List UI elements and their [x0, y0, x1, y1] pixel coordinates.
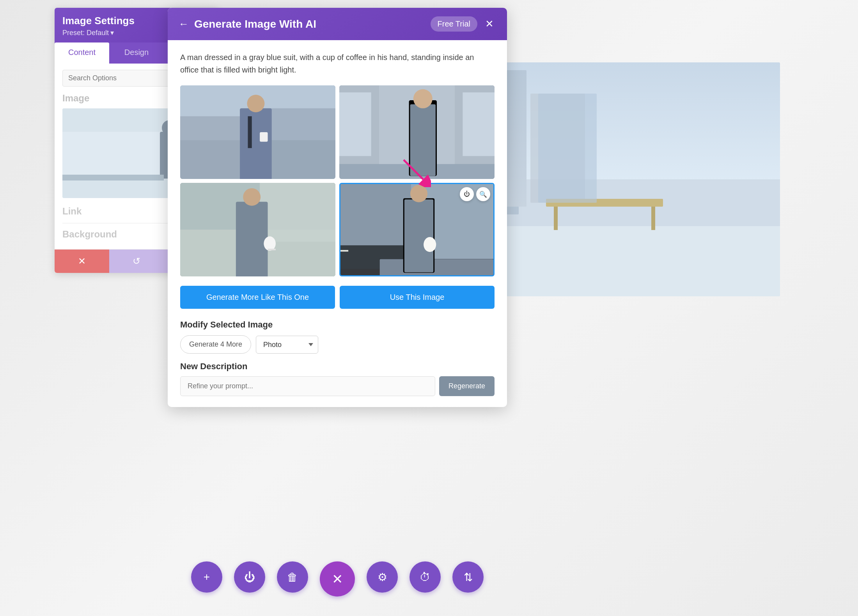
svg-point-30: [413, 89, 433, 108]
zoom-icon[interactable]: 🔍: [476, 187, 490, 201]
prompt-text: A man dressed in a gray blue suit, with …: [180, 51, 495, 76]
adjust-circle-button[interactable]: ⇅: [452, 561, 484, 593]
svg-rect-6: [554, 207, 558, 230]
image-grid: ⏻ 🔍: [180, 85, 495, 276]
image-4-overlay: ⏻ 🔍: [460, 187, 490, 201]
grid-image-1[interactable]: [180, 85, 335, 179]
sliders-icon: ⇅: [464, 571, 473, 584]
svg-rect-3: [530, 94, 585, 203]
generate-image-modal: ← Generate Image With AI Free Trial ✕ A …: [168, 8, 507, 407]
generate-more-button[interactable]: Generate More Like This One: [180, 286, 335, 309]
add-circle-button[interactable]: +: [191, 561, 222, 593]
svg-rect-25: [339, 92, 371, 156]
modal-title: Generate Image With AI: [194, 18, 316, 30]
action-buttons: Generate More Like This One Use This Ima…: [180, 286, 495, 309]
refine-prompt-input[interactable]: [180, 376, 435, 396]
svg-rect-44: [380, 259, 493, 275]
svg-rect-34: [260, 183, 335, 242]
close-circle-button[interactable]: ✕: [320, 561, 355, 597]
svg-rect-12: [62, 175, 164, 181]
modify-section: Modify Selected Image Generate 4 More Ph…: [180, 320, 495, 354]
panel-title: Image Settings: [62, 15, 135, 27]
style-select[interactable]: Photo Illustration Digital Art Watercolo…: [256, 336, 318, 354]
delete-circle-button[interactable]: 🗑: [277, 561, 308, 593]
svg-point-49: [424, 237, 436, 252]
svg-rect-7: [651, 207, 655, 230]
svg-rect-47: [404, 200, 433, 273]
svg-point-18: [247, 95, 264, 112]
generate-4-more-button[interactable]: Generate 4 More: [180, 335, 251, 354]
svg-point-36: [243, 188, 261, 206]
use-image-button[interactable]: Use This Image: [340, 286, 495, 309]
power-icon[interactable]: ⏻: [460, 187, 474, 201]
tab-content[interactable]: Content: [55, 42, 109, 64]
svg-rect-26: [463, 92, 495, 156]
modal-header-right: Free Trial ✕: [431, 16, 496, 32]
clock-icon: ⏱: [420, 571, 431, 584]
free-trial-badge: Free Trial: [431, 16, 477, 32]
grid-image-3[interactable]: [180, 183, 335, 276]
tab-design[interactable]: Design: [109, 42, 164, 64]
back-arrow-icon[interactable]: ←: [179, 18, 189, 30]
svg-rect-5: [546, 199, 663, 207]
power-circle-button[interactable]: ⏻: [234, 561, 265, 593]
new-description-title: New Description: [180, 361, 495, 372]
svg-point-37: [264, 236, 276, 251]
x-icon: ✕: [332, 571, 343, 587]
history-circle-button[interactable]: ⏱: [410, 561, 441, 593]
svg-rect-20: [248, 116, 252, 148]
svg-rect-29: [410, 104, 436, 176]
settings-circle-button[interactable]: ⚙: [367, 561, 398, 593]
svg-rect-35: [236, 202, 268, 276]
new-description-section: New Description Regenerate: [180, 361, 495, 396]
grid-image-2[interactable]: [339, 85, 495, 179]
gear-icon: ⚙: [378, 571, 387, 584]
grid-image-4[interactable]: ⏻ 🔍: [339, 183, 495, 276]
panel-preset: Preset: Default ▾: [62, 28, 135, 37]
modal-header-left: ← Generate Image With AI: [179, 18, 316, 30]
modify-title: Modify Selected Image: [180, 320, 495, 330]
svg-rect-17: [240, 108, 272, 179]
new-description-row: Regenerate: [180, 376, 495, 396]
modal-body: A man dressed in a gray blue suit, with …: [168, 40, 507, 407]
regenerate-button[interactable]: Regenerate: [439, 376, 495, 396]
svg-rect-50: [340, 250, 348, 251]
cancel-button[interactable]: ✕: [55, 250, 109, 273]
trash-icon: 🗑: [287, 571, 298, 584]
reset-button[interactable]: ↺: [109, 250, 164, 273]
modal-header: ← Generate Image With AI Free Trial ✕: [168, 8, 507, 40]
modify-controls: Generate 4 More Photo Illustration Digit…: [180, 335, 495, 354]
svg-rect-19: [260, 132, 268, 142]
svg-rect-38: [268, 249, 276, 250]
plus-icon: +: [204, 571, 210, 583]
svg-point-48: [410, 185, 427, 202]
bottom-toolbar: + ⏻ 🗑 ✕ ⚙ ⏱ ⇅: [168, 554, 507, 604]
modal-close-button[interactable]: ✕: [483, 18, 496, 31]
power-icon: ⏻: [244, 571, 255, 584]
